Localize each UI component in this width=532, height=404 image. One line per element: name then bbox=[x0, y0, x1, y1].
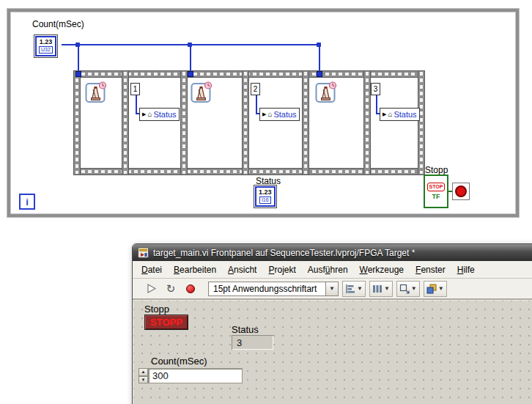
loop-iteration-terminal[interactable]: i bbox=[19, 194, 35, 210]
count-stepper[interactable]: ▲ ▼ bbox=[138, 368, 148, 383]
wire-junction-dot bbox=[188, 43, 192, 47]
reorder-objects-icon bbox=[426, 284, 437, 294]
count-wire-drop-3[interactable] bbox=[319, 44, 320, 72]
sequence-tunnel-1[interactable] bbox=[75, 71, 81, 77]
menu-werkzeuge[interactable]: Werkzeuge bbox=[354, 262, 410, 277]
local-variable-status[interactable]: ▶ ⌂ Status bbox=[259, 108, 300, 121]
abort-icon bbox=[186, 284, 195, 293]
count-input[interactable]: 300 bbox=[148, 368, 243, 383]
wait-ms-node[interactable] bbox=[191, 81, 213, 104]
vi-icon bbox=[138, 247, 149, 258]
window-title: target_main.vi Frontpanel auf SequenceTe… bbox=[153, 248, 415, 258]
write-arrow-icon: ▶ bbox=[262, 111, 266, 117]
chevron-down-icon: ▼ bbox=[438, 285, 444, 292]
house-icon: ⌂ bbox=[267, 111, 272, 118]
numeric-constant[interactable]: 1 bbox=[130, 83, 140, 95]
increment-icon[interactable]: ▲ bbox=[138, 368, 148, 376]
numeric-constant[interactable]: 3 bbox=[371, 83, 380, 95]
sequence-border-right[interactable] bbox=[418, 70, 425, 175]
constant-wire[interactable] bbox=[136, 95, 137, 114]
write-arrow-icon: ▶ bbox=[383, 111, 386, 117]
menu-projekt[interactable]: Projekt bbox=[262, 262, 301, 277]
wait-ms-icon bbox=[191, 81, 213, 104]
sequence-border-left[interactable] bbox=[73, 70, 81, 175]
house-icon: ⌂ bbox=[388, 111, 392, 118]
count-control-label: Count(mSec) bbox=[151, 356, 207, 367]
constant-wire[interactable] bbox=[376, 95, 377, 114]
status-terminal-icon: 1.23 I16 bbox=[255, 186, 276, 207]
toolbar: ↻ 15pt Anwendungsschriftart ▼ ▼ bbox=[133, 279, 532, 300]
sequence-frame-separator[interactable] bbox=[363, 70, 371, 175]
chevron-down-icon: ▼ bbox=[411, 285, 417, 292]
run-arrow-icon bbox=[146, 283, 157, 294]
wait-ms-icon bbox=[85, 81, 107, 104]
wire-junction-dot bbox=[317, 43, 321, 47]
status-indicator-label: Status bbox=[232, 324, 259, 335]
stop-terminal-label: Stopp bbox=[425, 165, 448, 175]
chevron-down-icon: ▼ bbox=[357, 285, 363, 292]
menu-hilfe[interactable]: Hilfe bbox=[451, 262, 481, 277]
write-arrow-icon: ▶ bbox=[142, 111, 146, 117]
align-objects-dropdown[interactable]: ▼ bbox=[342, 281, 366, 297]
local-variable-status[interactable]: ▶ ⌂ Status bbox=[139, 108, 180, 121]
sequence-tunnel-3[interactable] bbox=[317, 71, 322, 77]
status-indicator: 3 bbox=[232, 335, 273, 350]
wait-ms-node[interactable] bbox=[85, 81, 107, 104]
menu-ansicht[interactable]: Ansicht bbox=[222, 262, 262, 277]
stop-glyph: STOP bbox=[427, 183, 446, 191]
house-icon: ⌂ bbox=[147, 111, 152, 118]
run-continuous-button[interactable]: ↻ bbox=[163, 281, 179, 297]
screenshot-root: Count(mSec) 1.23 U32 bbox=[0, 0, 532, 404]
sequence-frame-separator[interactable] bbox=[180, 70, 188, 175]
count-terminal[interactable]: 1.23 U32 bbox=[34, 34, 58, 58]
chevron-down-icon[interactable]: ▼ bbox=[325, 282, 339, 296]
stop-boolean-terminal[interactable]: STOP TF bbox=[424, 175, 448, 208]
resize-objects-dropdown[interactable]: ▼ bbox=[396, 281, 420, 297]
count-terminal-icon: 1.23 U32 bbox=[35, 36, 56, 56]
stop-if-true-icon bbox=[455, 186, 467, 197]
status-terminal[interactable]: 1.23 I16 bbox=[254, 185, 277, 208]
chevron-down-icon: ▼ bbox=[384, 285, 390, 292]
menu-ausfuehren[interactable]: Ausführen bbox=[302, 262, 354, 277]
local-variable-status[interactable]: ▶ ⌂ Status bbox=[380, 108, 420, 121]
font-selector-value: 15pt Anwendungsschriftart bbox=[208, 282, 325, 296]
wait-ms-icon bbox=[315, 81, 337, 104]
front-panel: Stopp STOPP Status 3 Count(mSec) ▲ ▼ 300 bbox=[133, 301, 532, 404]
run-continuous-icon: ↻ bbox=[166, 283, 176, 294]
wait-ms-node[interactable] bbox=[315, 81, 337, 104]
count-terminal-label: Count(mSec) bbox=[32, 19, 84, 29]
distribute-objects-icon bbox=[372, 284, 383, 294]
sequence-tunnel-2[interactable] bbox=[188, 71, 193, 77]
decrement-icon[interactable]: ▼ bbox=[138, 376, 148, 384]
menu-datei[interactable]: Datei bbox=[136, 262, 168, 277]
menu-fenster[interactable]: Fenster bbox=[410, 262, 451, 277]
stop-button-label: Stopp bbox=[144, 304, 169, 315]
wire-junction-dot bbox=[75, 43, 80, 47]
front-panel-window: target_main.vi Frontpanel auf SequenceTe… bbox=[132, 243, 532, 404]
sequence-frame-separator[interactable] bbox=[242, 70, 249, 175]
reorder-objects-dropdown[interactable]: ▼ bbox=[424, 281, 447, 297]
align-objects-icon bbox=[345, 284, 355, 294]
count-wire-drop-1[interactable] bbox=[78, 44, 79, 72]
count-wire-drop-2[interactable] bbox=[190, 44, 191, 72]
sequence-frame-separator[interactable] bbox=[302, 70, 309, 175]
font-selector[interactable]: 15pt Anwendungsschriftart ▼ bbox=[208, 282, 339, 296]
resize-objects-icon bbox=[399, 284, 410, 294]
abort-button[interactable] bbox=[182, 281, 199, 297]
stop-button[interactable]: STOPP bbox=[144, 315, 188, 330]
run-button[interactable] bbox=[143, 281, 159, 297]
window-titlebar[interactable]: target_main.vi Frontpanel auf SequenceTe… bbox=[133, 244, 532, 261]
menu-bearbeiten[interactable]: Bearbeiten bbox=[168, 262, 222, 277]
numeric-constant[interactable]: 2 bbox=[251, 83, 260, 95]
loop-condition-terminal[interactable] bbox=[452, 183, 470, 200]
sequence-frame-separator[interactable] bbox=[122, 70, 129, 175]
menu-bar: Datei Bearbeiten Ansicht Projekt Ausführ… bbox=[133, 261, 532, 279]
constant-wire[interactable] bbox=[256, 95, 257, 114]
distribute-objects-dropdown[interactable]: ▼ bbox=[369, 281, 393, 297]
